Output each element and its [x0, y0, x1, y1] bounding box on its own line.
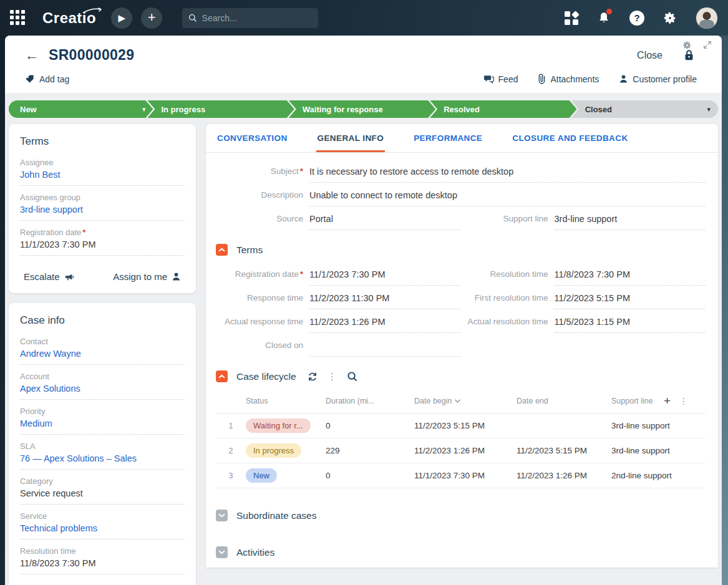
tab-bar: CONVERSATION GENERAL INFO PERFORMANCE CL…: [206, 124, 718, 153]
refresh-icon[interactable]: [308, 372, 318, 382]
logo-swoosh-icon: [82, 7, 104, 14]
close-button[interactable]: Close: [637, 50, 662, 61]
search-input[interactable]: [202, 13, 313, 23]
assign-to-me-label: Assign to me: [113, 271, 167, 282]
customer-profile-label: Customer profile: [633, 74, 697, 84]
kebab-menu-icon[interactable]: ⋮: [679, 396, 688, 406]
page-settings-icon[interactable]: [682, 41, 692, 50]
column-status[interactable]: Status: [246, 397, 326, 405]
column-duration[interactable]: Duration (mi...: [326, 397, 414, 405]
description-value[interactable]: Unable to connect to remote desktop: [309, 185, 706, 206]
chevron-down-icon: [218, 550, 225, 554]
marketplace-button[interactable]: [565, 11, 578, 25]
add-tag-button[interactable]: Add tag: [25, 74, 69, 84]
table-row[interactable]: 3 New 0 11/1/2023 7:30 PM 11/2/2023 1:26…: [216, 463, 706, 488]
feed-button[interactable]: Feed: [484, 74, 518, 84]
stage-resolved[interactable]: Resolved: [430, 100, 576, 118]
apps-icon: [565, 11, 578, 25]
tab-general-info[interactable]: GENERAL INFO: [316, 124, 386, 152]
case-info-card-title: Case info: [20, 314, 185, 327]
resolution-time-value[interactable]: 11/8/2023 7:30 PM: [20, 558, 185, 568]
escalate-button[interactable]: Escalate: [24, 271, 74, 282]
column-date-begin[interactable]: Date begin: [414, 397, 517, 405]
support-line-label: Support line: [461, 209, 555, 223]
description-label: Description: [216, 185, 309, 200]
case-detail-card: CONVERSATION GENERAL INFO PERFORMANCE CL…: [206, 124, 718, 568]
stage-waiting-for-response[interactable]: Waiting for response: [289, 100, 435, 118]
sla-value[interactable]: 76 — Apex Solutions – Sales: [20, 453, 185, 463]
status-badge: New: [246, 468, 277, 483]
support-line-cell: 2nd-line support: [611, 471, 706, 480]
stage-closed[interactable]: Closed ▾: [571, 100, 718, 118]
support-line-cell: 3rd-line support: [611, 421, 706, 430]
activities-title: Activities: [236, 547, 274, 558]
expand-icon[interactable]: [703, 41, 712, 49]
registration-date-value[interactable]: 11/1/2023 7:30 PM: [20, 239, 185, 249]
creatio-logo[interactable]: Creatio: [42, 9, 102, 27]
assignee-value[interactable]: John Best: [20, 170, 185, 180]
source-value[interactable]: Portal: [309, 209, 461, 230]
search-icon[interactable]: [347, 371, 357, 382]
app-menu-icon[interactable]: [10, 10, 26, 26]
add-row-icon[interactable]: +: [664, 395, 671, 407]
sla-field: SLA 76 — Apex Solutions – Sales: [20, 442, 185, 470]
assign-to-me-button[interactable]: Assign to me: [113, 271, 181, 282]
feed-icon: [484, 74, 494, 84]
notifications-button[interactable]: [597, 11, 611, 25]
subordinate-cases-toggle[interactable]: [216, 510, 228, 521]
account-value[interactable]: Apex Solutions: [20, 384, 185, 394]
tab-conversation[interactable]: CONVERSATION: [216, 124, 289, 152]
terms-section-toggle[interactable]: [216, 244, 228, 256]
resolution-time-value[interactable]: 11/8/2023 7:30 PM: [555, 264, 706, 286]
response-time-value[interactable]: 11/2/2023 11:30 PM: [309, 288, 461, 309]
table-row[interactable]: 1 Waiting for r... 0 11/2/2023 5:15 PM 3…: [216, 413, 706, 438]
priority-field: Priority Medium: [20, 407, 185, 435]
tab-closure-and-feedback[interactable]: CLOSURE AND FEEDBACK: [511, 124, 629, 152]
service-field: Service Technical problems: [20, 511, 185, 539]
terms-section-title: Terms: [236, 244, 263, 256]
customer-profile-button[interactable]: Customer profile: [619, 74, 697, 84]
kebab-menu-icon[interactable]: ⋮: [328, 371, 337, 382]
column-support-line[interactable]: Support line + ⋮: [611, 395, 706, 407]
case-lifecycle-section-toggle[interactable]: [216, 370, 228, 382]
system-settings-button[interactable]: [663, 11, 677, 25]
status-badge: Waiting for r...: [246, 418, 311, 433]
resolution-time-field: Resolution time 11/8/2023 7:30 PM: [20, 546, 185, 574]
record-page-panel: ← SR00000029 Close Add tag: [5, 36, 722, 585]
subject-label: Subject*: [216, 162, 309, 176]
subject-value[interactable]: It is necessary to restore access to rem…: [309, 162, 706, 183]
subordinate-cases-title: Subordinate cases: [236, 510, 316, 521]
attachments-button[interactable]: Attachments: [538, 74, 599, 84]
terms-card-title: Terms: [20, 135, 185, 148]
category-value[interactable]: Service request: [20, 488, 185, 498]
run-process-button[interactable]: ▶: [111, 7, 132, 29]
support-line-value[interactable]: 3rd-line support: [555, 209, 706, 230]
duration-cell: 0: [326, 471, 414, 480]
service-value[interactable]: Technical problems: [20, 523, 185, 533]
assignee-label: Assignee: [20, 158, 185, 167]
priority-value[interactable]: Medium: [20, 418, 185, 428]
stage-new[interactable]: New ▾: [9, 100, 153, 118]
quick-add-button[interactable]: +: [141, 7, 162, 29]
page-title: SR00000029: [49, 47, 134, 64]
back-button[interactable]: ←: [25, 49, 39, 62]
column-date-end[interactable]: Date end: [517, 397, 611, 405]
help-icon: ?: [629, 11, 644, 26]
global-search: [182, 8, 318, 28]
help-button[interactable]: ?: [629, 11, 644, 26]
actual-response-time-value[interactable]: 11/2/2023 1:26 PM: [309, 312, 461, 333]
lock-icon[interactable]: [684, 49, 694, 61]
user-avatar[interactable]: [696, 7, 718, 29]
activities-toggle[interactable]: [216, 546, 228, 558]
actual-resolution-time-value[interactable]: 11/5/2023 1:15 PM: [555, 312, 706, 333]
registration-date-value[interactable]: 11/1/2023 7:30 PM: [309, 264, 461, 286]
closed-on-value[interactable]: [309, 336, 461, 357]
stage-in-progress[interactable]: In progress: [147, 100, 294, 118]
plus-icon: +: [148, 9, 156, 26]
table-row[interactable]: 2 In progress 229 11/2/2023 1:26 PM 11/2…: [216, 438, 706, 463]
first-resolution-time-value[interactable]: 11/2/2023 5:15 PM: [555, 288, 706, 309]
first-resolution-time-label: First resolution time: [461, 288, 555, 302]
contact-value[interactable]: Andrew Wayne: [20, 349, 185, 359]
assignees-group-value[interactable]: 3rd-line support: [20, 205, 185, 215]
tab-performance[interactable]: PERFORMANCE: [412, 124, 483, 152]
